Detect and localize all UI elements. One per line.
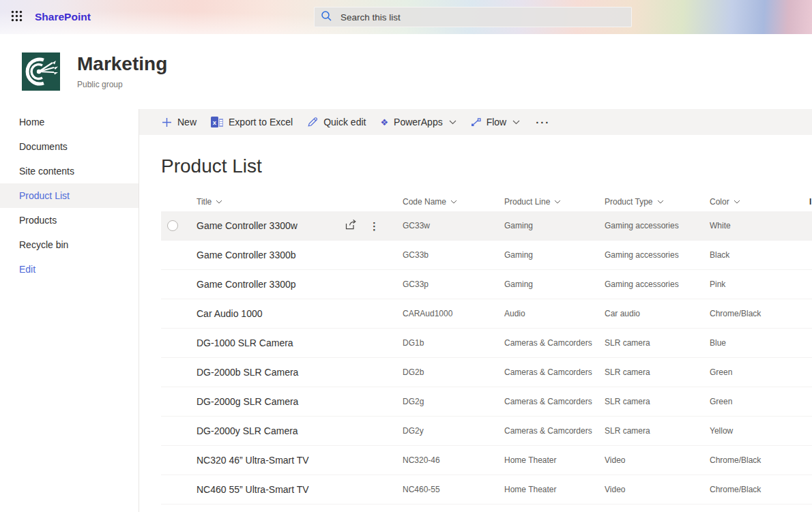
new-button[interactable]: New xyxy=(162,117,197,127)
site-title: Marketing xyxy=(77,54,167,74)
row-hover-actions: ⋮ xyxy=(345,219,379,233)
chevron-down-icon xyxy=(657,200,664,204)
code-name-cell: CARAud1000 xyxy=(403,309,504,318)
table-row[interactable]: Game Controller 3300b ⋮ GC33b Gami xyxy=(161,241,812,270)
chevron-down-icon xyxy=(449,120,456,125)
product-type-cell: SLR camera xyxy=(605,367,710,377)
plus-icon xyxy=(162,117,172,127)
flow-button[interactable]: Flow xyxy=(471,117,521,127)
title-cell[interactable]: DG-1000 SLR Camera ⋮ xyxy=(197,337,403,348)
pencil-icon xyxy=(307,117,318,127)
column-header-color[interactable]: Color xyxy=(710,197,809,207)
export-to-excel-button[interactable]: x Export to Excel xyxy=(211,117,293,127)
row-more-button[interactable]: ⋮ xyxy=(369,221,379,231)
table-row[interactable]: Game Controller 3300w ⋮ GC33w Gami xyxy=(161,211,812,241)
site-logo[interactable] xyxy=(22,52,60,91)
row-select-cell xyxy=(161,308,197,319)
share-button[interactable] xyxy=(345,219,358,233)
table-row[interactable]: DG-1000 SLR Camera ⋮ DG1b Cameras xyxy=(161,329,812,358)
product-type-cell: SLR camera xyxy=(605,426,710,436)
row-select-cell xyxy=(161,220,197,231)
sharepoint-brand-link[interactable]: SharePoint xyxy=(35,11,91,23)
search-input[interactable] xyxy=(339,12,625,23)
sidebar-item-product-list[interactable]: Product List xyxy=(0,183,139,208)
chevron-down-icon xyxy=(734,200,740,204)
color-cell: Chrome/Black xyxy=(710,309,809,318)
site-titles: Marketing Public group xyxy=(77,54,167,89)
color-cell: Yellow xyxy=(710,426,809,436)
sidebar-item-documents[interactable]: Documents xyxy=(0,134,139,159)
title-cell[interactable]: Game Controller 3300b ⋮ xyxy=(197,250,403,260)
row-select-cell xyxy=(161,455,197,466)
table-row[interactable]: DG-2000g SLR Camera ⋮ DG2g Cameras xyxy=(161,387,812,417)
chevron-down-icon xyxy=(216,200,222,204)
title-cell[interactable]: DG-2000y SLR Camera ⋮ xyxy=(197,425,403,436)
row-title: NC460 55” Ultra-Smart TV xyxy=(197,484,379,495)
site-header: Marketing Public group xyxy=(0,34,812,109)
code-name-cell: NC460-55 xyxy=(403,485,504,494)
sidebar-item-edit[interactable]: Edit xyxy=(0,257,139,282)
main-content: New x Export to Excel Quick edit xyxy=(139,109,812,512)
chevron-down-icon xyxy=(554,200,561,204)
code-name-cell: DG1b xyxy=(403,338,504,348)
site-privacy-label: Public group xyxy=(77,80,167,89)
code-name-cell: DG2b xyxy=(403,367,504,377)
flow-icon xyxy=(471,118,481,127)
column-header-product-type[interactable]: Product Type xyxy=(605,197,710,207)
sidebar-item-home[interactable]: Home xyxy=(0,110,139,134)
app-launcher-button[interactable] xyxy=(0,0,33,34)
sidebar-item-site-contents[interactable]: Site contents xyxy=(0,159,139,183)
row-select-cell xyxy=(161,250,197,260)
table-row[interactable]: Car Audio 1000 ⋮ CARAud1000 Audio xyxy=(161,299,812,329)
row-title: DG-2000b SLR Camera xyxy=(197,367,379,378)
row-select-cell xyxy=(161,367,197,378)
powerapps-label: PowerApps xyxy=(394,117,443,127)
command-bar: New x Export to Excel Quick edit xyxy=(139,109,812,135)
table-row[interactable]: DG-2000y SLR Camera ⋮ DG2y Cameras xyxy=(161,417,812,446)
color-cell: Blue xyxy=(710,338,809,348)
column-header-code-name[interactable]: Code Name xyxy=(403,197,504,207)
table-row[interactable]: NC320 46” Ultra-Smart TV ⋮ NC320-46 xyxy=(161,446,812,475)
table-row[interactable]: Game Controller 3300p ⋮ GC33p Gami xyxy=(161,270,812,299)
title-cell[interactable]: NC320 46” Ultra-Smart TV ⋮ xyxy=(197,455,403,466)
title-cell[interactable]: NC460 55” Ultra-Smart TV ⋮ xyxy=(197,484,403,495)
row-title: DG-2000y SLR Camera xyxy=(197,425,379,436)
chevron-down-icon xyxy=(450,200,457,204)
share-icon xyxy=(345,219,358,233)
waffle-icon xyxy=(11,10,23,25)
product-line-cell: Home Theater xyxy=(504,485,605,494)
row-select-cell xyxy=(161,396,197,407)
product-line-cell: Cameras & Camcorders xyxy=(504,397,605,406)
color-cell: Chrome/Black xyxy=(710,485,809,494)
sidebar-item-products[interactable]: Products xyxy=(0,208,139,232)
search-box[interactable] xyxy=(314,7,632,27)
title-cell[interactable]: DG-2000g SLR Camera ⋮ xyxy=(197,396,403,407)
code-name-cell: NC320-46 xyxy=(403,455,504,465)
title-cell[interactable]: Game Controller 3300w ⋮ xyxy=(197,219,403,233)
powerapps-icon: ❖ xyxy=(380,117,388,127)
more-commands-button[interactable]: ··· xyxy=(536,117,550,128)
column-header-partial[interactable]: I xyxy=(809,197,812,207)
table-body: Game Controller 3300w ⋮ GC33w Gami xyxy=(161,211,812,505)
product-line-cell: Gaming xyxy=(504,280,605,289)
quick-edit-button[interactable]: Quick edit xyxy=(307,117,366,127)
code-name-cell: GC33b xyxy=(403,250,504,260)
title-cell[interactable]: Game Controller 3300p ⋮ xyxy=(197,279,403,290)
product-line-cell: Cameras & Camcorders xyxy=(504,426,605,436)
product-type-cell: Video xyxy=(605,485,710,494)
sidebar-item-recycle-bin[interactable]: Recycle bin xyxy=(0,232,139,257)
table-row[interactable]: DG-2000b SLR Camera ⋮ DG2b Cameras xyxy=(161,358,812,387)
quick-edit-label: Quick edit xyxy=(323,117,366,127)
export-to-excel-label: Export to Excel xyxy=(229,117,293,127)
title-cell[interactable]: DG-2000b SLR Camera ⋮ xyxy=(197,367,403,378)
title-cell[interactable]: Car Audio 1000 ⋮ xyxy=(197,308,403,319)
column-header-product-line[interactable]: Product Line xyxy=(504,197,605,207)
color-cell: Black xyxy=(710,250,809,260)
row-select-radio[interactable] xyxy=(167,220,178,231)
powerapps-button[interactable]: ❖ PowerApps xyxy=(380,117,456,127)
code-name-cell: DG2y xyxy=(403,426,504,436)
product-line-cell: Audio xyxy=(504,309,605,318)
row-title: DG-1000 SLR Camera xyxy=(197,337,379,348)
table-row[interactable]: NC460 55” Ultra-Smart TV ⋮ NC460-55 xyxy=(161,475,812,505)
column-header-title[interactable]: Title xyxy=(197,197,403,207)
